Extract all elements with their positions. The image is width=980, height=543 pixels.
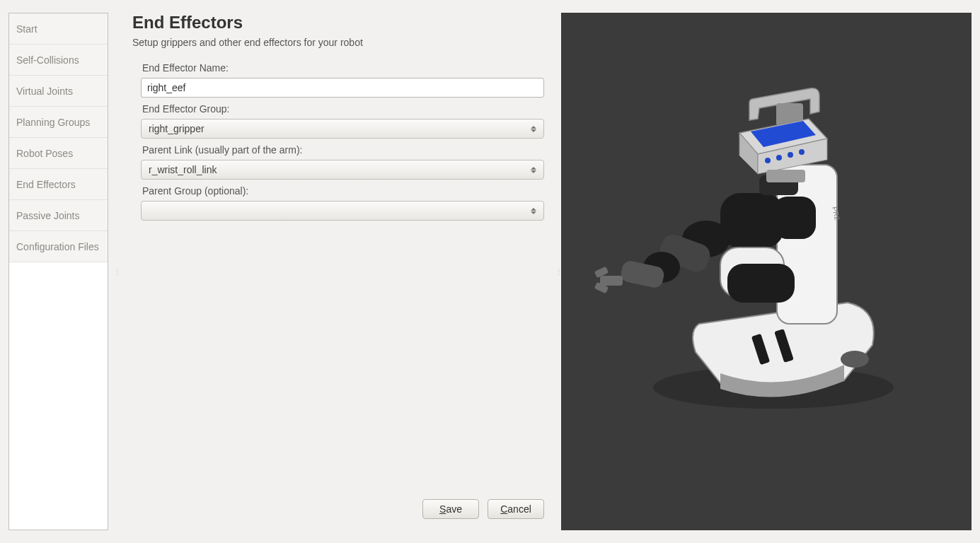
center-panel: End Effectors Setup grippers and other e…	[120, 0, 555, 543]
sidebar-item-robot-poses[interactable]: Robot Poses	[9, 138, 108, 169]
parent-link-label: Parent Link (usually part of the arm):	[142, 144, 544, 156]
sidebar-item-passive-joints[interactable]: Passive Joints	[9, 200, 108, 231]
sidebar-item-label: Planning Groups	[16, 117, 90, 128]
parent-link-select[interactable]: r_wrist_roll_link	[141, 160, 544, 180]
end-effector-group-select[interactable]: right_gripper	[141, 119, 544, 139]
robot-3d-viewer[interactable]: PR2	[561, 13, 972, 530]
parent-group-label: Parent Group (optional):	[142, 185, 544, 197]
sidebar-item-label: End Effectors	[16, 179, 76, 190]
combo-value: right_gripper	[149, 123, 204, 134]
end-effector-form: End Effector Name: End Effector Group: r…	[132, 57, 544, 221]
sidebar-item-virtual-joints[interactable]: Virtual Joints	[9, 76, 108, 107]
svg-point-24	[765, 158, 771, 163]
svg-point-25	[776, 155, 782, 160]
sidebar-item-planning-groups[interactable]: Planning Groups	[9, 107, 108, 138]
robot-illustration: PR2	[561, 13, 972, 530]
sidebar-item-label: Start	[16, 23, 38, 35]
sidebar: Start Self-Collisions Virtual Joints Pla…	[8, 13, 108, 530]
sidebar-item-label: Robot Poses	[16, 148, 73, 159]
group-label: End Effector Group:	[142, 103, 544, 115]
end-effector-name-input[interactable]	[141, 78, 544, 98]
sidebar-item-configuration-files[interactable]: Configuration Files	[9, 231, 108, 262]
combo-value: r_wrist_roll_link	[149, 164, 217, 175]
sidebar-item-end-effectors[interactable]: End Effectors	[9, 169, 108, 200]
page-title: End Effectors	[132, 13, 544, 33]
spin-icon	[529, 208, 538, 214]
sidebar-empty-area	[9, 262, 108, 530]
svg-rect-28	[766, 170, 805, 182]
sidebar-item-label: Configuration Files	[16, 241, 99, 252]
svg-point-26	[788, 152, 793, 158]
splitter-handle-left[interactable]: ⋮	[114, 0, 120, 543]
svg-point-27	[799, 149, 805, 155]
sidebar-item-label: Virtual Joints	[16, 86, 73, 97]
parent-group-select[interactable]	[141, 201, 544, 221]
svg-rect-16	[600, 276, 623, 286]
name-label: End Effector Name:	[142, 62, 544, 74]
sidebar-item-label: Self-Collisions	[16, 54, 79, 66]
cancel-button[interactable]: Cancel	[488, 499, 544, 519]
svg-point-1	[841, 351, 869, 368]
spin-icon	[529, 167, 538, 173]
viewer-panel-wrap: PR2	[561, 0, 980, 543]
spin-icon	[529, 126, 538, 132]
sidebar-item-label: Passive Joints	[16, 210, 79, 221]
sidebar-item-start[interactable]: Start	[9, 13, 108, 45]
button-row: Save Cancel	[422, 499, 544, 519]
splitter-handle-right[interactable]: ⋮	[555, 0, 561, 543]
svg-rect-9	[727, 264, 795, 303]
sidebar-item-self-collisions[interactable]: Self-Collisions	[9, 45, 108, 76]
page-subtitle: Setup grippers and other end effectors f…	[132, 37, 544, 48]
save-button[interactable]: Save	[422, 499, 479, 519]
